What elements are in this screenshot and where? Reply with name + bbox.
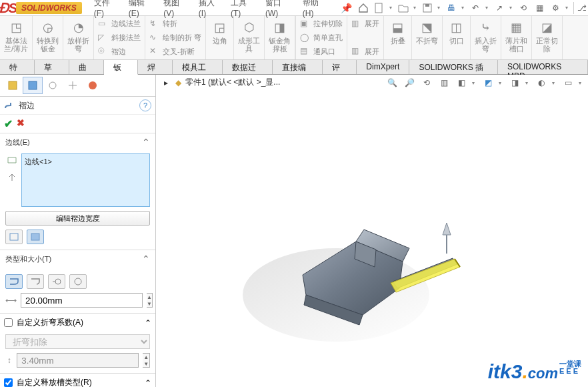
cmd-hem[interactable]: ⦾褶边 (98, 45, 126, 58)
watermark: itk3.com一堂课EEE (488, 360, 581, 383)
svg-rect-0 (375, 3, 382, 13)
fm-tab-config[interactable] (43, 77, 63, 94)
menu-window[interactable]: 窗口(W) (265, 0, 293, 18)
bend-value-input[interactable] (17, 353, 139, 368)
cmd-fold[interactable]: ⬓折叠 (384, 16, 412, 59)
custom-relief-checkbox[interactable] (4, 378, 13, 387)
tab-dimxpert[interactable]: DimXpert (357, 60, 409, 74)
chevron-up-icon[interactable]: ⌃ (142, 254, 150, 264)
tab-evaluate[interactable]: 评估 (323, 60, 357, 74)
svg-rect-2 (425, 4, 429, 7)
menu-tool[interactable]: 工具(T) (231, 0, 256, 18)
hem-feature-icon (4, 100, 15, 111)
graphics-viewport[interactable]: ▸ ◆ 零件1 (默认< <默认 >_显... 🔍 🔎 ⟲ ▥ ◧▾ ◩▾ ◨▾… (156, 75, 588, 387)
app-brand: SOLIDWORKS (16, 2, 82, 14)
bend-value-spinner[interactable]: ▲▼ (143, 353, 150, 368)
pin-icon[interactable]: 📌 (341, 3, 352, 13)
cmd-miterflange[interactable]: ◸斜接法兰 (98, 31, 141, 45)
reverse-icon[interactable] (5, 171, 19, 184)
svg-point-5 (49, 82, 56, 89)
menu-view[interactable]: 视图(V) (163, 0, 189, 18)
model-render (156, 75, 588, 387)
edge-picker-icon[interactable] (5, 153, 19, 167)
tab-directedit[interactable]: 直接编辑 (273, 60, 323, 74)
tab-feature[interactable]: 特征 (0, 60, 35, 74)
cmd-baseflange[interactable]: ◳基体法 兰/薄片 (0, 16, 33, 59)
cmd-jog[interactable]: ↯转折 (149, 17, 177, 31)
edit-hemwidth-button[interactable]: 编辑褶边宽度 (5, 211, 150, 226)
edges-selection-list[interactable]: 边线<1> (21, 153, 150, 207)
hem-length-input[interactable] (21, 293, 143, 308)
tab-swmbd[interactable]: SOLIDWORKS MBD (498, 60, 588, 74)
options-doc-icon[interactable]: ▦ (533, 2, 545, 14)
custom-bend-checkbox[interactable] (4, 318, 13, 327)
cmd-cut[interactable]: ◫切口 (443, 16, 471, 59)
cmd-loftbend[interactable]: ◔放样折 弯 (63, 16, 94, 59)
cmd-crossbreak[interactable]: ✕交叉-折断 (149, 45, 195, 58)
cmd-convert[interactable]: ◶转换到 钣金 (33, 16, 63, 59)
save-icon[interactable] (421, 2, 433, 14)
ok-icon[interactable]: ✔ (4, 117, 13, 130)
hemtype-closed[interactable] (5, 274, 23, 289)
section-bendallow-header: 自定义折弯系数(A) (17, 317, 141, 328)
cmd-sheetgusset[interactable]: ◨钣金角 撑板 (265, 16, 295, 59)
bend-dim-icon: ↕ (5, 356, 13, 365)
chevron-up-icon[interactable]: ⌃ (145, 378, 151, 388)
settings-icon[interactable]: ⚙ (549, 2, 561, 14)
chevron-up-icon[interactable]: ⌃ (142, 137, 150, 147)
tab-surface[interactable]: 曲面 (69, 60, 104, 74)
undo-icon[interactable]: ↶ (469, 2, 481, 14)
material-inside-toggle[interactable] (5, 230, 23, 244)
menu-help[interactable]: 帮助(H) (303, 0, 329, 18)
tab-sheetmetal[interactable]: 钣金 (104, 60, 139, 75)
cmd-edgeflange[interactable]: ▭边线法兰 (98, 17, 141, 31)
home-icon[interactable] (357, 2, 369, 14)
cancel-icon[interactable]: ✖ (17, 117, 25, 130)
tab-swaddin[interactable]: SOLIDWORKS 插件 (409, 60, 498, 74)
cmd-normalcut[interactable]: ◪正常切 除 (532, 16, 563, 59)
cmd-cuts: ▣拉伸切除 ◯简单直孔 ▤通风口 (295, 16, 347, 59)
menu-insert[interactable]: 插入(I) (199, 0, 221, 18)
rebuild-icon[interactable]: ⟲ (517, 2, 529, 14)
cmd-formingtool[interactable]: ⬡成形工 具 (234, 16, 265, 59)
print-icon[interactable]: 🖶 (445, 2, 457, 14)
cmd-insertbend[interactable]: ⤷插入折 弯 (471, 16, 501, 59)
cmd-simplehole[interactable]: ◯简单直孔 (300, 31, 343, 45)
material-outside-toggle[interactable] (27, 230, 44, 244)
tab-moldtool[interactable]: 模具工具 (173, 60, 223, 74)
menu-edit[interactable]: 编辑(E) (129, 0, 155, 18)
select-icon[interactable]: ↗ (493, 2, 505, 14)
hemtype-open[interactable] (27, 274, 44, 289)
hemtype-rolled[interactable] (69, 274, 87, 289)
cmd-unfold2[interactable]: ▥展开 (351, 45, 379, 58)
selected-edge-item[interactable]: 边线<1> (25, 157, 147, 167)
svg-point-6 (89, 81, 97, 89)
hem-length-spinner[interactable]: ▲▼ (147, 293, 153, 308)
new-doc-icon[interactable] (373, 2, 385, 14)
cmd-sketchedbend[interactable]: ∿绘制的折 弯 (149, 31, 201, 45)
cmd-extrudedcut[interactable]: ▣拉伸切除 (300, 17, 343, 31)
search-icon[interactable]: ⎇ (573, 2, 585, 14)
tab-datamigrate[interactable]: 数据迁移 (223, 60, 273, 74)
open-icon[interactable] (397, 2, 409, 14)
menu-file[interactable]: 文件(F) (94, 0, 119, 18)
cmd-nofold[interactable]: ⬔不折弯 (412, 16, 443, 59)
section-edges-header[interactable]: 边线(E) (5, 137, 142, 147)
fm-tab-propertymgr[interactable] (23, 77, 43, 94)
help-icon[interactable]: ? (139, 99, 151, 111)
cmd-flatbreak[interactable]: ▦薄片和 槽口 (501, 16, 532, 59)
pm-feature-name: 褶边 (19, 100, 135, 111)
fm-tab-appearance[interactable] (83, 77, 103, 94)
hemtype-teardrop[interactable] (48, 274, 65, 289)
tab-weldment[interactable]: 焊件 (138, 60, 173, 74)
fm-tab-feature[interactable] (3, 77, 23, 94)
cmd-corner[interactable]: ◲边角 (206, 16, 234, 59)
chevron-up-icon[interactable]: ⌃ (145, 318, 151, 328)
bend-allowance-type-select[interactable]: 折弯扣除 (5, 334, 150, 349)
app-logo: ƉS SOLIDWORKS (0, 1, 82, 15)
cmd-ventilate[interactable]: ▤通风口 (300, 45, 335, 58)
tab-sketch[interactable]: 草图 (35, 60, 69, 74)
fm-tab-dimxpert[interactable] (63, 77, 83, 94)
cmd-unfold1[interactable]: ▥展开 (351, 17, 379, 31)
section-type-header[interactable]: 类型和大小(T) (5, 254, 142, 264)
